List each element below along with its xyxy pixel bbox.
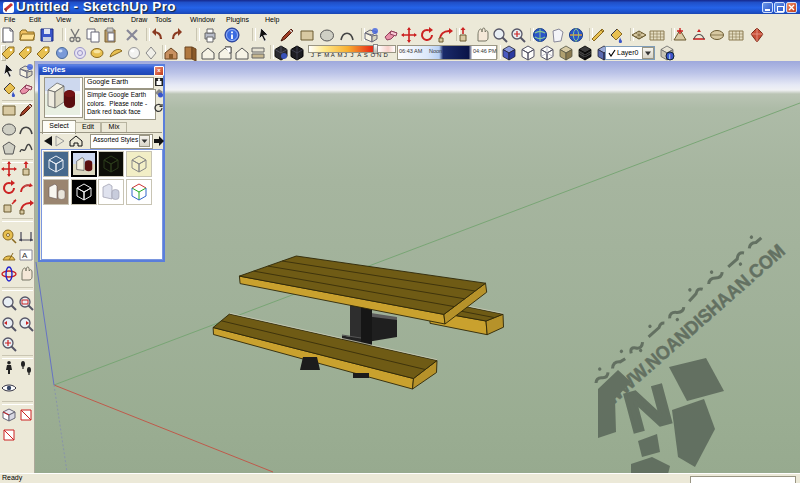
svg-text:A: A bbox=[22, 251, 28, 260]
svg-text:N: N bbox=[618, 372, 678, 445]
